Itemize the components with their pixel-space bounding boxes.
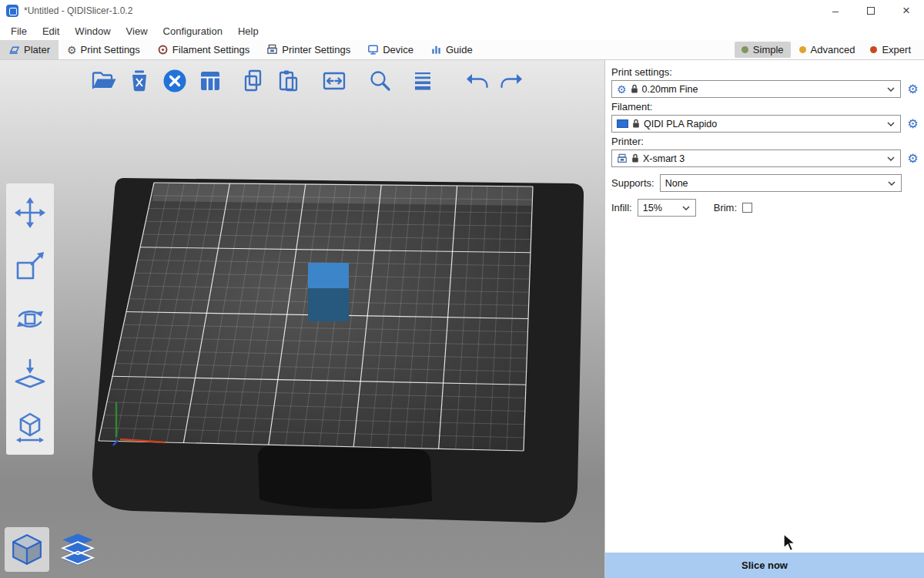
close-button[interactable]: × bbox=[889, 0, 924, 22]
menu-edit[interactable]: Edit bbox=[35, 22, 67, 40]
bed-handle-recess bbox=[258, 446, 432, 509]
tab-guide[interactable]: Guide bbox=[422, 40, 481, 59]
search-icon bbox=[366, 67, 393, 95]
scale-button[interactable] bbox=[6, 240, 54, 291]
measure-icon bbox=[13, 408, 47, 442]
tabbar: Plater ⚙ Print Settings Filament Setting… bbox=[0, 40, 924, 60]
open-file-button[interactable] bbox=[89, 66, 119, 96]
filament-combo[interactable]: QIDI PLA Rapido bbox=[611, 115, 901, 133]
view-3d-editor-button[interactable] bbox=[5, 527, 49, 572]
app-window: *Untitled - QIDISlicer-1.0.2 – × File Ed… bbox=[0, 0, 924, 578]
delete-button[interactable] bbox=[125, 66, 154, 96]
tab-plater[interactable]: Plater bbox=[0, 40, 59, 59]
maximize-button[interactable] bbox=[853, 0, 889, 22]
menu-window[interactable]: Window bbox=[67, 22, 118, 40]
chevron-down-icon bbox=[887, 87, 895, 92]
redo-icon bbox=[498, 67, 526, 95]
rotate-button[interactable] bbox=[6, 294, 54, 344]
filament-gear-button[interactable]: ⚙ bbox=[906, 115, 920, 133]
plater-icon bbox=[8, 44, 20, 55]
arrange-icon bbox=[196, 67, 224, 95]
simple-mode-dot bbox=[742, 46, 748, 53]
window-title: *Untitled - QIDISlicer-1.0.2 bbox=[24, 5, 132, 16]
tab-device[interactable]: Device bbox=[359, 40, 422, 59]
redo-button[interactable] bbox=[497, 66, 527, 96]
model-cube[interactable] bbox=[308, 263, 349, 321]
menu-help[interactable]: Help bbox=[230, 22, 266, 40]
print-settings-gear-button[interactable]: ⚙ bbox=[906, 80, 920, 98]
chevron-down-icon bbox=[887, 122, 895, 126]
tab-printer-settings[interactable]: Printer Settings bbox=[258, 40, 359, 59]
menu-file[interactable]: File bbox=[3, 22, 35, 40]
mode-expert[interactable]: Expert bbox=[863, 42, 918, 58]
undo-button[interactable] bbox=[462, 66, 491, 96]
rotate-icon bbox=[13, 302, 47, 336]
arrange-button[interactable] bbox=[196, 66, 225, 96]
supports-combo[interactable]: None bbox=[660, 174, 902, 192]
plater-toolbar bbox=[89, 66, 527, 96]
settings-sidebar: Print settings: ⚙ 0.20mm Fine ⚙ Filament… bbox=[604, 60, 924, 578]
app-logo-icon bbox=[6, 5, 18, 17]
paste-button[interactable] bbox=[274, 66, 303, 96]
viewport-3d-scene[interactable] bbox=[0, 60, 604, 578]
infill-combo[interactable]: 15% bbox=[638, 199, 696, 217]
device-icon bbox=[367, 44, 379, 55]
view-toggles bbox=[5, 527, 100, 572]
tab-filament-settings[interactable]: Filament Settings bbox=[149, 40, 258, 59]
lock-icon bbox=[631, 153, 639, 163]
expert-mode-dot bbox=[870, 46, 877, 53]
printer-gear-button[interactable]: ⚙ bbox=[906, 150, 920, 167]
maximize-icon bbox=[867, 7, 875, 15]
menubar: File Edit Window View Configuration Help bbox=[0, 22, 924, 40]
copy-icon bbox=[239, 67, 267, 95]
slice-now-button[interactable]: Slice now bbox=[605, 553, 924, 578]
print-settings-combo[interactable]: ⚙ 0.20mm Fine bbox=[611, 80, 901, 98]
place-on-face-button[interactable] bbox=[6, 347, 54, 398]
split-button[interactable] bbox=[320, 66, 349, 96]
brim-label: Brim: bbox=[714, 202, 737, 213]
viewport-3d[interactable] bbox=[0, 60, 604, 578]
paste-icon bbox=[275, 67, 303, 95]
gizmo-toolbar bbox=[6, 183, 54, 455]
mode-simple[interactable]: Simple bbox=[735, 42, 791, 58]
lock-icon bbox=[632, 119, 640, 129]
menu-configuration[interactable]: Configuration bbox=[156, 22, 230, 40]
filament-label: Filament: bbox=[611, 101, 920, 113]
mode-advanced[interactable]: Advanced bbox=[792, 42, 862, 58]
tab-print-settings[interactable]: ⚙ Print Settings bbox=[59, 40, 149, 59]
brim-checkbox[interactable] bbox=[742, 203, 752, 213]
titlebar: *Untitled - QIDISlicer-1.0.2 – × bbox=[0, 0, 924, 22]
infill-label: Infill: bbox=[611, 202, 632, 213]
printer-icon bbox=[617, 153, 628, 164]
delete-all-button[interactable] bbox=[160, 66, 189, 96]
chevron-down-icon bbox=[887, 156, 895, 161]
trash-icon bbox=[126, 67, 153, 95]
delete-all-icon bbox=[161, 67, 189, 95]
move-icon bbox=[13, 196, 47, 230]
place-on-face-icon bbox=[13, 355, 47, 389]
close-icon: × bbox=[902, 3, 910, 18]
measure-button[interactable] bbox=[6, 400, 54, 451]
filament-icon bbox=[157, 44, 169, 55]
view-preview-button[interactable] bbox=[55, 527, 100, 572]
menu-view[interactable]: View bbox=[119, 22, 156, 40]
minimize-button[interactable]: – bbox=[818, 0, 853, 22]
printer-label: Printer: bbox=[611, 136, 920, 147]
supports-label: Supports: bbox=[611, 177, 654, 189]
gear-icon: ⚙ bbox=[907, 151, 918, 166]
split-icon bbox=[320, 67, 348, 95]
printer-combo[interactable]: X-smart 3 bbox=[611, 150, 901, 167]
print-settings-label: Print settings: bbox=[611, 66, 920, 78]
gear-icon: ⚙ bbox=[907, 116, 918, 131]
move-button[interactable] bbox=[6, 187, 54, 238]
mode-switcher: Simple Advanced Expert bbox=[735, 40, 924, 59]
chevron-down-icon bbox=[682, 206, 690, 210]
search-button[interactable] bbox=[365, 66, 394, 96]
scale-icon bbox=[13, 249, 47, 283]
variable-layer-height-button[interactable] bbox=[408, 66, 437, 96]
preview-layers-icon bbox=[59, 530, 97, 569]
gear-icon: ⚙ bbox=[617, 84, 627, 95]
lock-icon bbox=[631, 84, 638, 94]
undo-icon bbox=[463, 67, 490, 95]
copy-button[interactable] bbox=[239, 66, 268, 96]
